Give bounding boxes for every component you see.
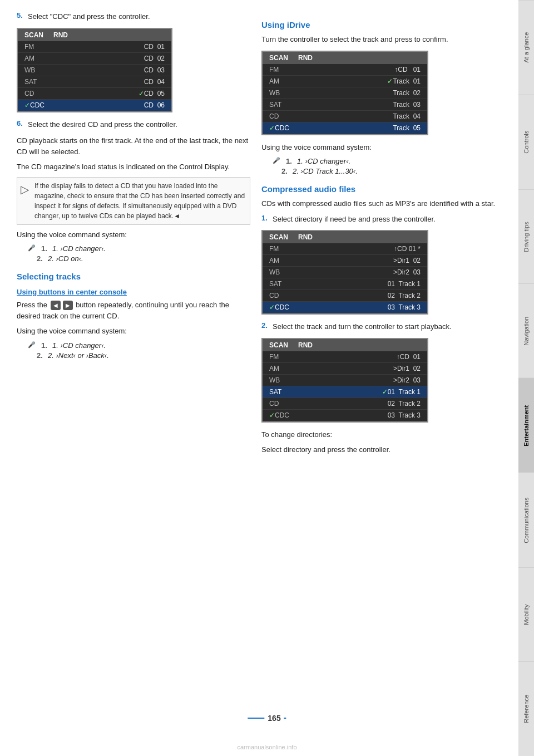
- screen-2: SCAN RND FM ↑CD 01 AM ✓Track 01 WB Track…: [261, 51, 428, 135]
- info-box-text: If the display fails to detect a CD that…: [34, 181, 246, 221]
- screen-2-row-1: FM ↑CD 01: [263, 64, 427, 76]
- section-compressed: Compressed audio files: [261, 184, 506, 194]
- screen-2-row-3: WB Track 02: [263, 87, 427, 99]
- step-r1-num: 1.: [261, 214, 269, 225]
- screen-1-row-4: SAT CD 04: [18, 76, 171, 88]
- idrive-intro: Turn the controller to select the track …: [261, 34, 506, 45]
- voice-cmd-6: 2. ›CD Track 1...30‹.: [293, 167, 358, 175]
- voice-list-1: 🎤 1. 1. ›CD changer‹. 2. 2. ›CD on‹.: [28, 244, 250, 263]
- sidebar-tab-mobility[interactable]: Mobility: [518, 567, 534, 662]
- voice-item-5: 🎤 1. 1. ›CD changer‹.: [273, 157, 506, 165]
- screen-2-row-2: AM ✓Track 01: [263, 76, 427, 87]
- right-column: Using iDrive Turn the controller to sele…: [261, 11, 506, 745]
- voice-intro-3: Using the voice command system:: [261, 142, 506, 153]
- voice-list-2: 🎤 1. 1. ›CD changer‹. 2. 2. ›Next‹ or ›B…: [28, 341, 250, 360]
- screen-4-row-2: AM >Dir1 02: [263, 363, 427, 375]
- step-r2-text: Select the track and turn the controller…: [273, 321, 452, 332]
- screen-3-row-3: WB >Dir2 03: [263, 267, 427, 278]
- screen-4-header: SCAN RND: [263, 339, 427, 351]
- screen-3: SCAN RND FM ↑CD 01 * AM >Dir1 02 WB >Dir…: [261, 230, 428, 315]
- step-r1: 1. Select directory if need be and press…: [261, 214, 506, 225]
- step-6-text: Select the desired CD and press the cont…: [28, 119, 177, 130]
- voice-cmd-1: 1. ›CD changer‹.: [52, 244, 106, 253]
- sidebar-tab-driving-tips[interactable]: Driving tips: [518, 189, 534, 284]
- step-6-num: 6.: [17, 119, 24, 130]
- voice-icon-2: 🎤: [28, 341, 36, 348]
- step-5-text: Select "CDC" and press the controller.: [28, 11, 150, 22]
- screen-1-row-2: AM CD 02: [18, 53, 171, 65]
- compressed-text: CDs with compressed audio files such as …: [261, 198, 506, 209]
- left-column: 5. Select "CDC" and press the controller…: [17, 11, 250, 745]
- sidebar-tab-navigation[interactable]: Navigation: [518, 283, 534, 378]
- sidebar-tab-entertainment[interactable]: Entertainment: [518, 378, 534, 473]
- step-6: 6. Select the desired CD and press the c…: [17, 119, 250, 130]
- triangle-icon: ▷: [21, 181, 29, 221]
- screen-3-row-2: AM >Dir1 02: [263, 255, 427, 267]
- voice-icon-1: 🎤: [28, 244, 36, 252]
- sidebar-tab-at-a-glance[interactable]: At a glance: [518, 0, 534, 95]
- screen-1: SCAN RND FM CD 01 AM CD 02 WB CD 03 SAT: [17, 28, 172, 112]
- screen-3-row-6: ✓CDC 03 Track 3: [263, 302, 427, 313]
- screen-4: SCAN RND FM ↑CD 01 AM >Dir1 02 WB >Dir2 …: [261, 338, 428, 423]
- watermark: carmanualsonline.info: [237, 744, 296, 750]
- voice-item-6: 2. 2. ›CD Track 1...30‹.: [281, 167, 506, 175]
- body-text-1: CD playback starts on the first track. A…: [17, 135, 250, 157]
- screen-2-row-6: ✓CDC Track 05: [263, 122, 427, 134]
- voice-cmd-2: 2. ›CD on‹.: [48, 254, 83, 263]
- voice-item-3: 🎤 1. 1. ›CD changer‹.: [28, 341, 250, 350]
- screen-1-row-5: CD ✓CD 05: [18, 88, 171, 100]
- subsection-buttons: Using buttons in center console: [17, 288, 250, 296]
- sidebar-tabs: At a glance Controls Driving tips Naviga…: [518, 0, 534, 756]
- screen-1-row-1: FM CD 01: [18, 41, 171, 53]
- step-5-num: 5.: [17, 11, 24, 22]
- screen-4-row-6: ✓CDC 03 Track 3: [263, 410, 427, 421]
- screen-3-row-5: CD 02 Track 2: [263, 290, 427, 302]
- voice-cmd-3: 1. ›CD changer‹.: [52, 341, 106, 350]
- voice-cmd-4: 2. ›Next‹ or ›Back‹.: [48, 351, 109, 360]
- sidebar-tab-controls[interactable]: Controls: [518, 95, 534, 189]
- voice-cmd-5: 1. ›CD changer‹.: [297, 157, 350, 165]
- voice-icon-3: 🎤: [273, 157, 280, 164]
- voice-intro-1: Using the voice command system:: [17, 229, 250, 240]
- voice-intro-2: Using the voice command system:: [17, 326, 250, 337]
- buttons-desc: Press the ◀▶ button repeatedly, continui…: [17, 300, 250, 321]
- step-5: 5. Select "CDC" and press the controller…: [17, 11, 250, 22]
- voice-item-1: 🎤 1. 1. ›CD changer‹.: [28, 244, 250, 253]
- screen-1-row-3: WB CD 03: [18, 65, 171, 76]
- step-r2: 2. Select the track and turn the control…: [261, 321, 506, 332]
- screen-4-row-3: WB >Dir2 03: [263, 375, 427, 386]
- sidebar-tab-reference[interactable]: Reference: [518, 661, 534, 756]
- section-selecting-tracks: Selecting tracks: [17, 272, 250, 281]
- prev-button-icon: ◀: [51, 301, 61, 310]
- change-dir-1: To change directories:: [261, 429, 506, 440]
- screen-2-row-5: CD Track 04: [263, 111, 427, 122]
- next-button-icon: ▶: [63, 301, 73, 310]
- screen-4-row-4: SAT ✓01 Track 1: [263, 386, 427, 398]
- info-box: ▷ If the display fails to detect a CD th…: [17, 177, 250, 225]
- sidebar-tab-communications[interactable]: Communications: [518, 473, 534, 567]
- screen-1-header: SCAN RND: [18, 29, 171, 41]
- section-idrive: Using iDrive: [261, 20, 506, 30]
- page-number: 165: [268, 714, 280, 723]
- screen-1-row-6: ✓CDC CD 06: [18, 100, 171, 111]
- body-text-2: The CD magazine's load status is indicat…: [17, 161, 250, 173]
- step-r1-text: Select directory if need be and press th…: [273, 214, 436, 225]
- voice-item-4: 2. 2. ›Next‹ or ›Back‹.: [37, 351, 250, 360]
- voice-list-3: 🎤 1. 1. ›CD changer‹. 2. 2. ›CD Track 1.…: [273, 157, 506, 175]
- screen-4-row-5: CD 02 Track 2: [263, 398, 427, 410]
- screen-2-row-4: SAT Track 03: [263, 99, 427, 111]
- change-dir-2: Select directory and press the controlle…: [261, 444, 506, 455]
- voice-item-2: 2. 2. ›CD on‹.: [37, 254, 250, 263]
- screen-3-row-1: FM ↑CD 01 *: [263, 243, 427, 255]
- screen-3-row-4: SAT 01 Track 1: [263, 278, 427, 290]
- screen-3-header: SCAN RND: [263, 231, 427, 243]
- screen-4-row-1: FM ↑CD 01: [263, 351, 427, 363]
- step-r2-num: 2.: [261, 321, 269, 332]
- screen-2-header: SCAN RND: [263, 52, 427, 64]
